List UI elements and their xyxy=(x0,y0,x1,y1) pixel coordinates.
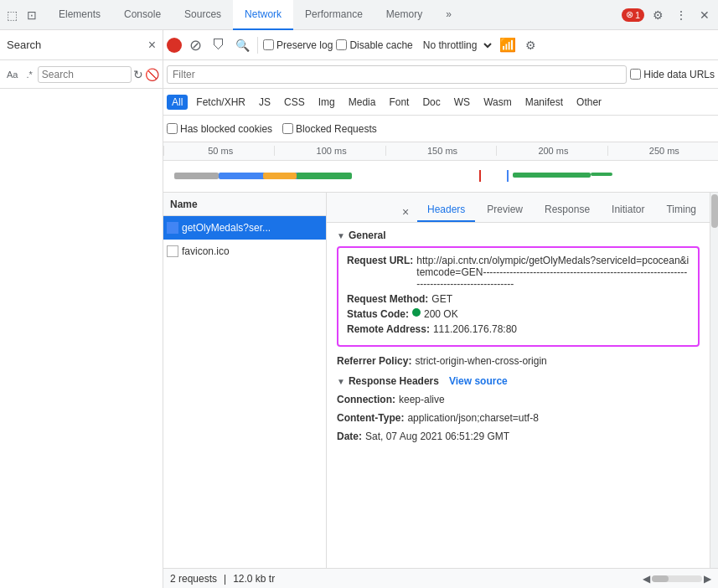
status-code-label: Status Code: xyxy=(347,308,409,320)
network-toolbar-2: Hide data URLs xyxy=(163,60,718,89)
hide-data-urls-checkbox[interactable] xyxy=(630,69,641,80)
response-headers-title: Response Headers xyxy=(349,375,439,387)
tab-initiator[interactable]: Initiator xyxy=(602,199,654,222)
wifi-button[interactable]: 📶 xyxy=(498,35,518,55)
wf-bar-teal xyxy=(513,173,591,178)
disable-cache-label[interactable]: Disable cache xyxy=(336,39,412,51)
tab-elements[interactable]: Elements xyxy=(47,0,112,30)
type-img-button[interactable]: Img xyxy=(313,95,340,110)
tab-memory[interactable]: Memory xyxy=(374,0,434,30)
tab-headers[interactable]: Headers xyxy=(417,199,475,222)
scroll-track[interactable] xyxy=(652,575,702,582)
details-tabs: × Headers Preview Response Initiator Tim… xyxy=(327,193,710,223)
blue-line xyxy=(507,170,509,182)
wf-bar-gray xyxy=(174,173,219,179)
stop-button[interactable]: ⊘ xyxy=(185,35,205,55)
name-item-0[interactable]: getOlyMedals?ser... xyxy=(163,216,326,240)
status-separator: | xyxy=(224,573,226,585)
tab-console[interactable]: Console xyxy=(112,0,173,30)
response-connection-value: keep-alive xyxy=(399,394,445,405)
record-button[interactable] xyxy=(167,38,182,53)
scroll-right-icon[interactable]: ▶ xyxy=(704,573,711,585)
has-blocked-cookies-checkbox[interactable] xyxy=(167,123,178,134)
response-contenttype-label: Content-Type: xyxy=(337,412,404,424)
hide-data-urls-label[interactable]: Hide data URLs xyxy=(630,69,715,80)
regex-button[interactable]: .* xyxy=(23,68,35,81)
ruler-mark-3: 200 ms xyxy=(496,146,607,156)
blocked-requests-checkbox[interactable] xyxy=(282,123,293,134)
scroll-thumb-h[interactable] xyxy=(652,575,669,582)
type-js-button[interactable]: JS xyxy=(254,95,276,110)
horizontal-scroll[interactable]: ◀ ▶ xyxy=(643,573,711,585)
devtools-icons: ⬚ ⊡ xyxy=(3,7,40,23)
type-manifest-button[interactable]: Manifest xyxy=(520,95,568,110)
type-wasm-button[interactable]: Wasm xyxy=(478,95,517,110)
name-list: Name getOlyMedals?ser... favicon.ico xyxy=(163,193,327,568)
close-button[interactable]: ✕ xyxy=(695,5,715,25)
ruler-mark-2: 150 ms xyxy=(385,146,496,156)
tab-response[interactable]: Response xyxy=(535,199,600,222)
response-headers-section-header[interactable]: ▼ Response Headers View source xyxy=(337,375,700,387)
type-media-button[interactable]: Media xyxy=(344,95,381,110)
scrollbar-thumb[interactable] xyxy=(711,194,718,228)
view-source-link[interactable]: View source xyxy=(449,375,508,387)
response-date-label: Date: xyxy=(337,431,362,442)
preserve-log-label[interactable]: Preserve log xyxy=(263,39,333,51)
status-code-value: 200 OK xyxy=(424,308,458,320)
type-fetchxhr-button[interactable]: Fetch/XHR xyxy=(191,95,251,110)
name-item-1[interactable]: favicon.ico xyxy=(163,240,326,263)
request-url-label: Request URL: xyxy=(347,255,413,266)
match-case-button[interactable]: Aa xyxy=(3,68,21,81)
preserve-log-checkbox[interactable] xyxy=(263,39,274,50)
wf-bar-orange xyxy=(263,173,297,179)
search-close-button[interactable]: × xyxy=(148,38,156,53)
type-ws-button[interactable]: WS xyxy=(449,95,475,110)
request-method-row: Request Method: GET xyxy=(347,293,690,305)
main-area: Search × Aa .* ↻ 🚫 ⊘ ⛉ 🔍 Preserve log xyxy=(0,30,718,588)
dock-icon[interactable]: ⬚ xyxy=(3,7,20,23)
referrer-policy-row: Referrer Policy: strict-origin-when-cros… xyxy=(337,355,700,367)
filter-input[interactable] xyxy=(167,65,627,84)
throttle-select[interactable]: No throttling xyxy=(416,37,494,54)
disable-cache-checkbox[interactable] xyxy=(336,39,347,50)
status-size: 12.0 kb tr xyxy=(233,573,275,585)
type-doc-button[interactable]: Doc xyxy=(417,95,445,110)
more-options-button[interactable]: ⋮ xyxy=(671,5,691,25)
tab-network[interactable]: Network xyxy=(233,0,293,30)
response-date-value: Sat, 07 Aug 2021 06:51:29 GMT xyxy=(365,431,509,442)
status-requests: 2 requests xyxy=(170,573,217,585)
name-item-icon-0 xyxy=(167,222,178,234)
scroll-left-icon[interactable]: ◀ xyxy=(643,573,650,585)
undock-icon[interactable]: ⊡ xyxy=(23,7,40,23)
tab-timing[interactable]: Timing xyxy=(656,199,706,222)
clear-button[interactable]: 🚫 xyxy=(145,68,159,81)
blocked-requests-label[interactable]: Blocked Requests xyxy=(282,123,377,135)
type-css-button[interactable]: CSS xyxy=(279,95,310,110)
name-item-label-0: getOlyMedals?ser... xyxy=(182,222,271,234)
tab-more[interactable]: » xyxy=(434,0,463,30)
name-item-label-1: favicon.ico xyxy=(182,245,230,257)
has-blocked-cookies-label[interactable]: Has blocked cookies xyxy=(167,123,272,135)
remote-address-value: 111.206.176.78:80 xyxy=(433,323,517,335)
network-settings-button[interactable]: ⚙ xyxy=(521,35,541,55)
tab-bar-right: ⊗ 1 ⚙ ⋮ ✕ xyxy=(622,5,715,25)
settings-button[interactable]: ⚙ xyxy=(648,5,668,25)
details-close-button[interactable]: × xyxy=(395,202,416,222)
filter-button[interactable]: ⛉ xyxy=(209,35,229,55)
tab-sources[interactable]: Sources xyxy=(173,0,233,30)
ruler-inner: 50 ms 100 ms 150 ms 200 ms 250 ms xyxy=(163,142,718,160)
search-network-button[interactable]: 🔍 xyxy=(232,35,252,55)
type-other-button[interactable]: Other xyxy=(571,95,607,110)
response-headers-section: ▼ Response Headers View source Connectio… xyxy=(337,375,700,444)
general-section-header[interactable]: ▼ General xyxy=(337,230,700,241)
type-all-button[interactable]: All xyxy=(167,95,188,110)
reload-button[interactable]: ↻ xyxy=(133,68,143,81)
scrollbar-right[interactable] xyxy=(710,193,718,568)
details-content[interactable]: ▼ General Request URL: http://api.cntv.c… xyxy=(327,223,710,568)
tab-preview[interactable]: Preview xyxy=(477,199,533,222)
response-header-2: Date: Sat, 07 Aug 2021 06:51:29 GMT xyxy=(337,429,700,444)
tab-performance[interactable]: Performance xyxy=(293,0,374,30)
name-list-header: Name xyxy=(163,193,326,216)
search-input[interactable] xyxy=(38,66,132,83)
type-font-button[interactable]: Font xyxy=(384,95,414,110)
